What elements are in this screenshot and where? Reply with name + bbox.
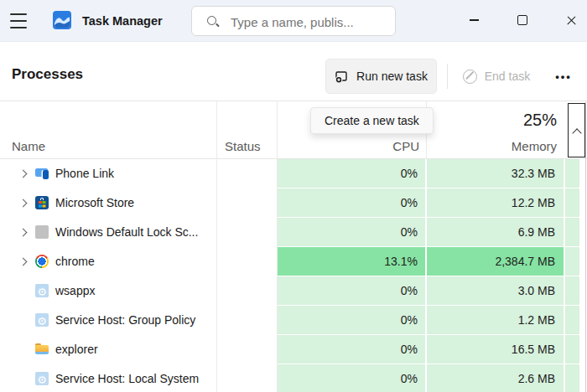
cpu-cell: 0% xyxy=(278,188,425,217)
search-input[interactable] xyxy=(229,7,392,37)
expand-chevron-icon[interactable] xyxy=(19,258,28,266)
column-header-cpu[interactable]: CPU xyxy=(277,139,419,153)
close-icon xyxy=(566,15,577,26)
memory-cell: 1.2 MB xyxy=(427,306,564,334)
phone-link-icon xyxy=(35,167,49,180)
generic-window-icon xyxy=(35,225,49,239)
chrome-icon xyxy=(35,255,49,268)
process-name: Service Host: Local System xyxy=(55,364,199,392)
chevron-up-icon xyxy=(572,128,581,137)
cpu-cell: 0% xyxy=(278,364,425,392)
table-row[interactable]: Windows Default Lock Sc...0%6.9 MB xyxy=(0,218,587,247)
microsoft-store-icon xyxy=(35,196,49,209)
memory-cell: 32.3 MB xyxy=(427,159,564,188)
column-header-name[interactable]: Name xyxy=(12,139,45,153)
minimize-button[interactable] xyxy=(457,5,491,35)
process-name: Service Host: Group Policy xyxy=(55,306,195,335)
partial-column-cell xyxy=(565,335,579,364)
end-task-label: End task xyxy=(485,70,530,83)
service-gear-icon xyxy=(35,284,49,297)
close-button[interactable] xyxy=(554,5,587,35)
prohibited-icon xyxy=(463,70,477,84)
service-gear-icon xyxy=(35,313,49,327)
memory-cell: 2.6 MB xyxy=(427,364,564,392)
run-new-task-button[interactable]: Run new task xyxy=(325,59,437,94)
search-icon xyxy=(206,15,220,28)
column-header-status[interactable]: Status xyxy=(225,139,261,153)
cpu-cell: 0% xyxy=(278,306,425,334)
cpu-cell: 0% xyxy=(278,159,425,188)
process-table-body: Phone Link0%32.3 MBMicrosoft Store0%12.2… xyxy=(0,159,587,392)
cpu-cell: 0% xyxy=(278,335,425,364)
tooltip-create-new-task: Create a new task xyxy=(310,107,434,134)
task-manager-app-icon xyxy=(52,10,72,30)
partial-column-cell xyxy=(565,247,579,276)
expand-chevron-icon[interactable] xyxy=(19,170,28,178)
folder-icon xyxy=(35,343,49,356)
search-box[interactable] xyxy=(191,6,396,36)
process-name: Microsoft Store xyxy=(55,188,134,218)
header-top-border xyxy=(0,101,587,101)
memory-cell: 12.2 MB xyxy=(427,188,564,217)
table-row[interactable]: explorer0%16.5 MB xyxy=(0,335,587,364)
column-header-memory[interactable]: Memory xyxy=(426,139,557,153)
page-title: Processes xyxy=(12,66,83,83)
table-row[interactable]: chrome13.1%2,384.7 MB xyxy=(0,247,587,276)
expand-chevron-icon[interactable] xyxy=(19,229,28,237)
end-task-button[interactable]: End task xyxy=(455,59,538,94)
process-name: Phone Link xyxy=(55,159,114,188)
memory-cell: 3.0 MB xyxy=(427,276,564,305)
hamburger-menu-button[interactable] xyxy=(10,12,32,30)
partial-column-cell xyxy=(565,306,579,334)
hamburger-icon xyxy=(10,13,27,15)
partial-column-cell xyxy=(565,364,579,392)
memory-cell: 16.5 MB xyxy=(427,335,564,364)
memory-cell: 2,384.7 MB xyxy=(427,247,564,276)
process-name: chrome xyxy=(55,247,95,276)
more-options-button[interactable]: ••• xyxy=(543,59,584,94)
partial-column-cell xyxy=(565,159,579,188)
ellipsis-icon: ••• xyxy=(555,70,572,83)
expand-chevron-icon[interactable] xyxy=(19,199,28,208)
process-name: explorer xyxy=(55,335,98,364)
run-new-task-label: Run new task xyxy=(356,70,428,83)
maximize-button[interactable] xyxy=(506,5,539,35)
table-row[interactable]: Service Host: Group Policy0%1.2 MB xyxy=(0,306,587,335)
window-title: Task Manager xyxy=(82,14,163,28)
table-row[interactable]: Phone Link0%32.3 MB xyxy=(0,159,587,188)
table-row[interactable]: Service Host: Local System0%2.6 MB xyxy=(0,364,587,392)
title-bar: Task Manager xyxy=(0,0,587,42)
scroll-up-button[interactable] xyxy=(568,103,585,157)
process-name: wsappx xyxy=(55,276,95,306)
memory-cell: 6.9 MB xyxy=(427,218,564,246)
toolbar-divider xyxy=(447,64,448,89)
process-name: Windows Default Lock Sc... xyxy=(55,218,198,247)
partial-column-cell xyxy=(565,188,579,217)
maximize-icon xyxy=(517,15,527,25)
minimize-icon xyxy=(470,19,479,21)
memory-total-percent: 25% xyxy=(426,111,557,130)
service-gear-icon xyxy=(35,372,49,385)
table-row[interactable]: wsappx0%3.0 MB xyxy=(0,276,587,306)
cpu-cell: 0% xyxy=(278,218,425,246)
cpu-cell: 0% xyxy=(278,276,425,305)
partial-column-cell xyxy=(565,276,579,305)
table-row[interactable]: Microsoft Store0%12.2 MB xyxy=(0,188,587,218)
cpu-cell: 13.1% xyxy=(278,247,425,276)
partial-column-cell xyxy=(565,218,579,246)
new-task-icon xyxy=(335,70,349,84)
